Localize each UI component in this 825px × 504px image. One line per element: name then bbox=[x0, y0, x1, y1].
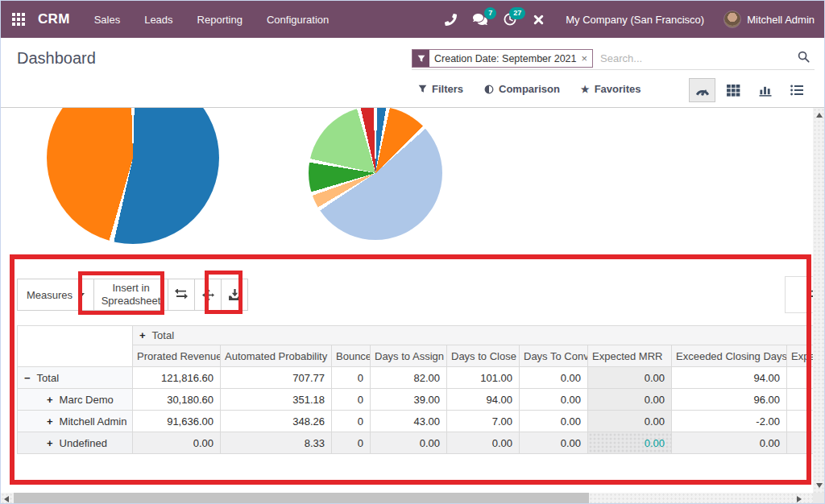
search-options: Filters Comparison ★ Favorites bbox=[418, 83, 641, 95]
arrows-all-icon bbox=[202, 289, 214, 301]
pivot-value-cell: 8.33 bbox=[221, 432, 332, 454]
pie-chart-left bbox=[47, 108, 219, 244]
pivot-value-cell: 43.00 bbox=[371, 411, 447, 432]
apps-menu-icon[interactable] bbox=[12, 13, 25, 26]
pivot-value-cell bbox=[787, 432, 814, 454]
pivot-row-header[interactable]: −Total bbox=[18, 367, 133, 389]
pivot-row-header[interactable]: +Marc Demo bbox=[18, 389, 133, 411]
pivot-measure-header[interactable]: Days to Close bbox=[447, 345, 520, 367]
next-widget-partial-button[interactable] bbox=[785, 276, 813, 313]
pivot-row-marc-demo: +Marc Demo30,180.60351.18039.0094.000.00… bbox=[18, 389, 814, 411]
pivot-value-cell bbox=[787, 367, 814, 389]
activities-clock-icon[interactable]: 27 bbox=[504, 13, 516, 26]
pivot-row-mitchell-admin: +Mitchell Admin91,636.00348.26043.007.00… bbox=[18, 411, 814, 432]
menu-leads[interactable]: Leads bbox=[144, 14, 172, 26]
messages-count-badge: 7 bbox=[484, 7, 496, 19]
pivot-value-cell bbox=[787, 389, 814, 411]
flip-axis-icon bbox=[807, 289, 813, 300]
filters-button[interactable]: Filters bbox=[418, 83, 463, 95]
search-bar[interactable]: Creation Date: September 2021 × Search..… bbox=[412, 48, 815, 70]
company-switcher[interactable]: My Company (San Francisco) bbox=[566, 14, 704, 26]
pivot-measure-header[interactable]: Days to Assign bbox=[371, 345, 447, 367]
minus-icon: − bbox=[24, 372, 31, 384]
pivot-value-cell: 0.00 bbox=[520, 411, 588, 432]
menu-configuration[interactable]: Configuration bbox=[267, 14, 329, 26]
expand-all-button[interactable] bbox=[195, 279, 222, 311]
insert-in-spreadsheet-button[interactable]: Insert in Spreadsheet bbox=[94, 279, 168, 311]
view-list-button[interactable] bbox=[783, 78, 810, 102]
comparison-button[interactable]: Comparison bbox=[484, 83, 560, 95]
pivot-value-cell: 94.00 bbox=[672, 367, 787, 389]
pivot-value-cell: 0.00 bbox=[520, 432, 588, 454]
pivot-measure-header[interactable]: Expected MRR bbox=[588, 345, 672, 367]
pivot-value-cell: 0.00 bbox=[520, 367, 588, 389]
horizontal-scrollbar-thumb[interactable] bbox=[14, 493, 589, 504]
list-icon bbox=[790, 85, 803, 96]
pivot-row-total: −Total121,816.60707.77082.00101.000.000.… bbox=[18, 367, 814, 389]
avatar bbox=[723, 10, 741, 28]
pivot-row-header[interactable]: +Undefined bbox=[18, 432, 133, 454]
pivot-value-cell: 0.00 bbox=[447, 432, 520, 454]
scrollbar-corner bbox=[813, 493, 825, 504]
pie-chart-right bbox=[309, 108, 442, 240]
app-name[interactable]: CRM bbox=[38, 11, 70, 27]
pivot-corner-cell bbox=[18, 326, 133, 367]
pivot-value-cell: 351.18 bbox=[221, 389, 332, 411]
phone-icon[interactable] bbox=[445, 14, 457, 26]
view-dashboard-button[interactable] bbox=[689, 78, 715, 102]
search-facet: Creation Date: September 2021 × bbox=[412, 49, 593, 68]
page-title: Dashboard bbox=[17, 49, 96, 68]
facet-remove-icon[interactable]: × bbox=[582, 50, 593, 67]
pivot-measure-header[interactable]: Days To Convert bbox=[520, 345, 588, 367]
pivot-measure-header[interactable]: Prorated Revenue bbox=[133, 345, 221, 367]
measures-button[interactable]: Measures bbox=[17, 279, 94, 311]
pivot-column-group-total[interactable]: +Total bbox=[133, 326, 814, 345]
scroll-up-arrow-icon[interactable] bbox=[816, 113, 823, 118]
pivot-value-cell: 0 bbox=[332, 411, 371, 432]
pivot-measure-header[interactable]: Expe bbox=[787, 345, 814, 367]
pivot-measure-header[interactable]: Automated Probability bbox=[221, 345, 332, 367]
search-icon[interactable] bbox=[798, 51, 810, 66]
odoo-crm-window: CRM Sales Leads Reporting Configuration … bbox=[0, 0, 825, 504]
pivot-measure-header[interactable]: Exceeded Closing Days bbox=[672, 345, 787, 367]
pivot-row-undefined: +Undefined0.008.3300.000.000.000.000.00 bbox=[18, 432, 814, 454]
menu-reporting[interactable]: Reporting bbox=[197, 14, 243, 26]
top-navbar: CRM Sales Leads Reporting Configuration … bbox=[1, 1, 825, 38]
messages-icon[interactable]: 7 bbox=[473, 13, 487, 26]
main-menu: Sales Leads Reporting Configuration bbox=[94, 14, 330, 26]
download-xlsx-button[interactable] bbox=[222, 279, 248, 311]
scroll-left-arrow-icon[interactable] bbox=[4, 496, 9, 502]
pivot-value-cell: 101.00 bbox=[447, 367, 520, 389]
menu-sales[interactable]: Sales bbox=[94, 14, 121, 26]
favorites-button[interactable]: ★ Favorites bbox=[581, 83, 641, 95]
pivot-measure-header[interactable]: Bounce bbox=[332, 345, 371, 367]
pivot-table-container: +TotalProrated RevenueAutomated Probabil… bbox=[17, 325, 813, 454]
pivot-value-cell: 0.00 bbox=[133, 432, 221, 454]
user-name: Mitchell Admin bbox=[747, 14, 815, 26]
download-icon bbox=[229, 289, 241, 300]
funnel-icon bbox=[418, 85, 427, 93]
pivot-value-cell: 0 bbox=[332, 389, 371, 411]
user-menu[interactable]: Mitchell Admin bbox=[723, 10, 815, 28]
flip-axis-button[interactable] bbox=[168, 279, 195, 311]
view-pivot-button[interactable] bbox=[720, 78, 747, 102]
star-icon: ★ bbox=[581, 84, 590, 95]
pivot-value-cell: 39.00 bbox=[371, 389, 447, 411]
view-switcher bbox=[689, 78, 810, 102]
vertical-scrollbar[interactable] bbox=[813, 108, 825, 493]
control-panel: Dashboard Creation Date: September 2021 … bbox=[1, 38, 825, 108]
pivot-value-cell: 0.00 bbox=[672, 432, 787, 454]
pivot-value-cell: 0.00 bbox=[588, 432, 672, 454]
pivot-row-header[interactable]: +Mitchell Admin bbox=[18, 411, 133, 432]
pivot-value-cell: -2.00 bbox=[672, 411, 787, 432]
view-graph-button[interactable] bbox=[752, 78, 778, 102]
search-input[interactable]: Search... bbox=[600, 52, 798, 64]
scroll-right-arrow-icon[interactable] bbox=[797, 496, 802, 502]
tools-icon[interactable] bbox=[533, 14, 545, 26]
plus-icon: + bbox=[139, 329, 146, 341]
pivot-toolbar: Measures Insert in Spreadsheet bbox=[17, 279, 248, 311]
pivot-value-cell bbox=[787, 411, 814, 432]
pivot-value-cell: 0 bbox=[332, 367, 371, 389]
horizontal-scrollbar[interactable] bbox=[1, 493, 813, 504]
scroll-down-arrow-icon[interactable] bbox=[816, 483, 823, 488]
